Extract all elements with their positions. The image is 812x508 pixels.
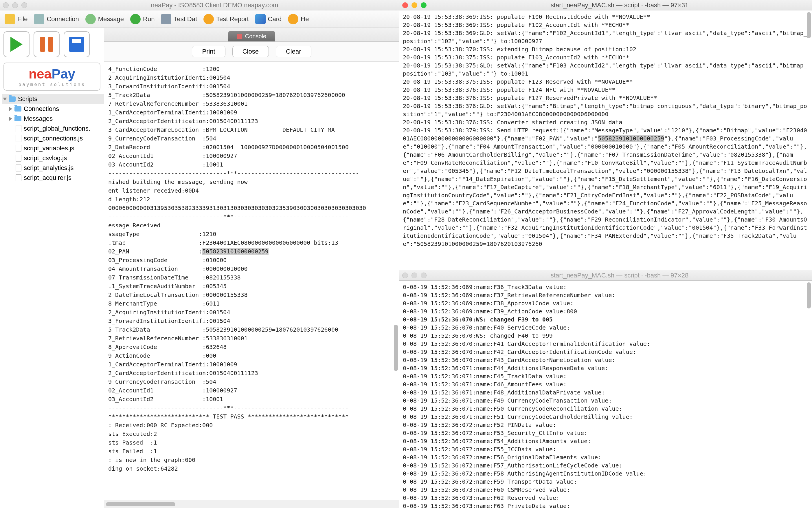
toolbar-cards[interactable]: Card [253, 13, 284, 26]
horizontal-scrollbar[interactable] [104, 500, 399, 508]
tree-connections-label: Connections [24, 105, 59, 113]
toolbar-testdat-label: Test Dat [174, 15, 197, 23]
console-buttons: Print Close Clear [104, 42, 399, 62]
connection-icon [34, 14, 44, 24]
console-text: 4_FunctionCode :1200 2_AcquiringInstitut… [108, 65, 395, 473]
close-button[interactable]: Close [232, 46, 269, 57]
tree-file[interactable]: script_acquirer.js [2, 173, 104, 183]
terminal-2-text: 0-08-19 15:52:36:069:name:F36_Track3Data… [403, 283, 809, 508]
chevron-down-icon [3, 98, 7, 100]
terminals: start_neaPay_MAC.sh — script · -bash — 9… [399, 0, 812, 508]
toolbar-help-label: He [301, 15, 309, 23]
terminal-1-title: start_neaPay_MAC.sh — script · -bash — 9… [430, 1, 809, 9]
terminal-1-titlebar: start_neaPay_MAC.sh — script · -bash — 9… [399, 0, 812, 10]
pause-icon [40, 37, 53, 52]
run-icon [130, 14, 141, 24]
terminal-2-titlebar: start_neaPay_MAC.sh — script · -bash — 9… [399, 270, 812, 281]
window-title: neaPay - ISO8583 Client DEMO neapay.com [33, 1, 396, 9]
database-icon [161, 14, 171, 24]
tree-file[interactable]: script_connections.js [2, 133, 104, 143]
script-tree[interactable]: Scripts Connections Messages script_glob… [0, 92, 104, 508]
play-icon [10, 37, 22, 52]
folder-icon [14, 116, 21, 121]
toolbar-testdat[interactable]: Test Dat [159, 13, 199, 26]
tree-scripts[interactable]: Scripts [2, 94, 104, 104]
toolbar-message-label: Message [98, 15, 124, 23]
file-icon [16, 135, 21, 142]
console-area: Console Print Close Clear 4_FunctionCode… [104, 28, 399, 508]
terminal-2: start_neaPay_MAC.sh — script · -bash — 9… [399, 270, 812, 508]
message-icon [85, 14, 96, 24]
toolbar-message[interactable]: Message [84, 13, 126, 26]
console-tabs: Console [104, 28, 399, 42]
control-buttons [0, 28, 104, 61]
pause-button[interactable] [34, 31, 60, 57]
file-icon [16, 145, 21, 152]
chevron-right-icon [9, 107, 12, 111]
toolbar-file[interactable]: File [3, 13, 29, 26]
logo-subtitle: payment solutions [7, 82, 96, 87]
close-window-icon[interactable] [402, 272, 408, 278]
cards-icon [255, 14, 266, 24]
tree-scripts-label: Scripts [18, 95, 37, 103]
toolbar-run[interactable]: Run [129, 13, 156, 26]
file-icon [16, 174, 21, 181]
vertical-scrollbar[interactable] [806, 281, 811, 508]
toolbar-connection-label: Connection [47, 15, 79, 23]
zoom-window-icon[interactable] [421, 2, 427, 8]
zoom-window-icon[interactable] [21, 2, 27, 8]
toolbar-testreport[interactable]: Test Report [202, 13, 251, 26]
toolbar-cards-label: Card [268, 15, 282, 23]
logo-text: neaPay [7, 66, 96, 82]
file-icon [16, 165, 21, 171]
clear-button[interactable]: Clear [276, 46, 312, 57]
play-button[interactable] [3, 31, 30, 57]
tree-connections[interactable]: Connections [2, 104, 104, 114]
tree-file[interactable]: script_analytics.js [2, 163, 104, 173]
zoom-window-icon[interactable] [421, 272, 427, 278]
file-icon [16, 155, 21, 162]
tree-file-label: script_analytics.js [24, 164, 74, 172]
terminal-2-body[interactable]: 0-08-19 15:52:36:069:name:F36_Track3Data… [399, 281, 812, 508]
app-window: neaPay - ISO8583 Client DEMO neapay.com … [0, 0, 399, 508]
report-icon [203, 14, 214, 24]
terminal-1-text: 20-08-19 15:53:38:369:ISS: populate F100… [403, 13, 809, 248]
toolbar-connection[interactable]: Connection [32, 13, 81, 26]
tree-file-label: script_variables.js [24, 144, 75, 152]
minimize-window-icon[interactable] [12, 2, 18, 8]
tree-messages-label: Messages [24, 115, 53, 123]
tree-messages[interactable]: Messages [2, 114, 104, 124]
toolbar-help[interactable]: He [286, 13, 311, 26]
tree-file[interactable]: script_variables.js [2, 143, 104, 153]
vertical-scrollbar[interactable] [393, 62, 398, 500]
console-tab[interactable]: Console [228, 31, 275, 41]
sidebar: neaPay payment solutions Scripts Connect… [0, 28, 104, 508]
toolbar-run-label: Run [143, 15, 154, 23]
save-button[interactable] [64, 31, 90, 57]
minimize-window-icon[interactable] [412, 272, 417, 278]
tree-file-label: script_acquirer.js [24, 174, 71, 181]
tree-file[interactable]: script_csvlog.js [2, 153, 104, 163]
close-window-icon[interactable] [402, 2, 408, 8]
vertical-scrollbar[interactable] [806, 10, 811, 270]
tree-file-label: script_csvlog.js [24, 154, 67, 162]
folder-icon [5, 14, 15, 24]
traffic-lights [3, 2, 27, 8]
close-window-icon[interactable] [3, 2, 9, 8]
console-tab-label: Console [245, 33, 266, 40]
titlebar: neaPay - ISO8583 Client DEMO neapay.com [0, 0, 399, 10]
tree-file-label: script_connections.js [24, 135, 83, 142]
console-output[interactable]: 4_FunctionCode :1200 2_AcquiringInstitut… [104, 62, 399, 500]
terminal-icon [237, 34, 242, 39]
toolbar: File Connection Message Run Test Dat Tes… [0, 10, 399, 28]
toolbar-testreport-label: Test Report [216, 15, 249, 23]
terminal-1-body[interactable]: 20-08-19 15:53:38:369:ISS: populate F100… [399, 10, 812, 270]
chevron-right-icon [9, 117, 12, 121]
minimize-window-icon[interactable] [412, 2, 417, 8]
toolbar-file-label: File [17, 15, 28, 23]
folder-icon [9, 96, 16, 102]
tree-file[interactable]: script_global_functions. [2, 124, 104, 133]
terminal-1: start_neaPay_MAC.sh — script · -bash — 9… [399, 0, 812, 270]
tree-file-label: script_global_functions. [24, 125, 90, 132]
print-button[interactable]: Print [192, 46, 225, 57]
